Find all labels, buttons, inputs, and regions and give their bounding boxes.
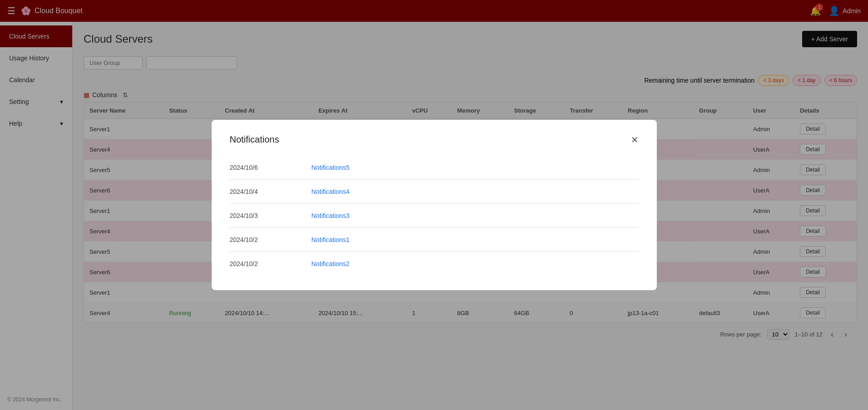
notif-link[interactable]: Notifications4 — [312, 188, 350, 195]
modal-close-button[interactable]: ✕ — [631, 135, 639, 144]
notif-link[interactable]: Notifications1 — [312, 236, 350, 243]
notification-list: 2024/10/6 Notifications5 2024/10/4 Notif… — [230, 156, 639, 276]
modal-title: Notifications — [230, 134, 279, 145]
notification-item: 2024/10/4 Notifications4 — [230, 180, 639, 204]
notif-date: 2024/10/2 — [230, 236, 275, 243]
notif-link[interactable]: Notifications2 — [312, 260, 350, 267]
notif-link[interactable]: Notifications5 — [312, 164, 350, 171]
notif-link[interactable]: Notifications3 — [312, 212, 350, 219]
modal-overlay[interactable]: Notifications ✕ 2024/10/6 Notifications5… — [0, 0, 868, 410]
notif-date: 2024/10/6 — [230, 164, 275, 171]
notifications-modal: Notifications ✕ 2024/10/6 Notifications5… — [212, 120, 657, 290]
notification-item: 2024/10/6 Notifications5 — [230, 156, 639, 180]
modal-header: Notifications ✕ — [230, 134, 639, 145]
notification-item: 2024/10/3 Notifications3 — [230, 204, 639, 228]
notif-date: 2024/10/2 — [230, 260, 275, 267]
notification-item: 2024/10/2 Notifications2 — [230, 252, 639, 276]
notification-item: 2024/10/2 Notifications1 — [230, 228, 639, 252]
notif-date: 2024/10/4 — [230, 188, 275, 195]
notif-date: 2024/10/3 — [230, 212, 275, 219]
